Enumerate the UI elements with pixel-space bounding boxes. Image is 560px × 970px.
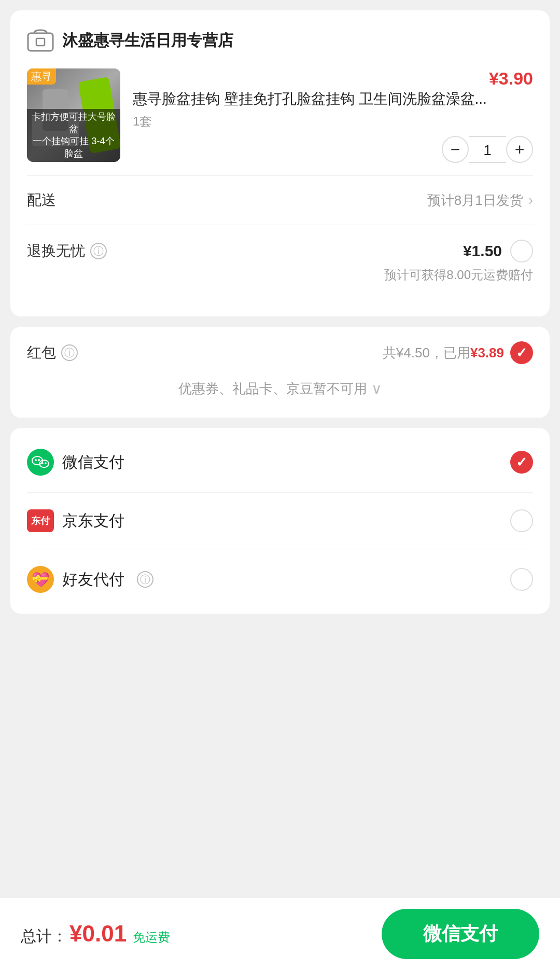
return-label-group: 退换无忧 ⓘ	[27, 241, 107, 261]
product-badge: 惠寻	[27, 68, 56, 85]
payment-left-friend: 💝 好友代付 ⓘ	[27, 566, 153, 593]
svg-rect-0	[28, 33, 53, 51]
coupon-row: 红包 ⓘ 共¥4.50，已用¥3.89	[27, 341, 533, 364]
payment-row-friend[interactable]: 💝 好友代付 ⓘ	[27, 549, 533, 609]
delivery-label: 配送	[27, 190, 56, 210]
bottom-bar: 总计： ¥0.01 免运费 微信支付	[0, 897, 560, 970]
quantity-control: − 1 +	[133, 136, 533, 163]
friend-pay-icon: 💝	[27, 566, 54, 593]
delivery-row[interactable]: 配送 预计8月1日发货 ›	[27, 176, 533, 225]
return-info-icon[interactable]: ⓘ	[90, 243, 107, 259]
qty-value: 1	[469, 136, 506, 163]
coupon-total-text: 共¥4.50，已用	[383, 345, 470, 361]
jd-pay-label: 京东支付	[62, 510, 124, 532]
wechat-pay-label: 微信支付	[62, 452, 124, 473]
friend-pay-label: 好友代付	[62, 569, 124, 590]
gray-area	[0, 624, 560, 887]
coupon-checked-icon	[510, 341, 533, 364]
wechat-radio-checked	[510, 451, 533, 474]
svg-rect-1	[36, 38, 45, 46]
total-price: ¥0.01	[69, 921, 127, 947]
delivery-value: 预计8月1日发货	[427, 191, 523, 210]
payment-left-wechat: 微信支付	[27, 449, 124, 476]
return-row-top: 退换无忧 ⓘ ¥1.50	[27, 240, 533, 262]
product-row: 惠寻 卡扣方便可挂大号脸盆 一个挂钩可挂 3-4个脸盆 ¥3.90 惠寻脸盆挂钩…	[27, 68, 533, 163]
coupon-total: 共¥4.50，已用¥3.89	[383, 344, 504, 362]
qty-decrease-button[interactable]: −	[442, 136, 469, 163]
jd-radio	[510, 509, 533, 532]
product-image: 惠寻 卡扣方便可挂大号脸盆 一个挂钩可挂 3-4个脸盆	[27, 68, 120, 162]
svg-point-6	[41, 462, 44, 464]
coupon-dropdown[interactable]: 优惠券、礼品卡、京豆暂不可用 ∨	[27, 375, 533, 403]
qty-increase-button[interactable]: +	[506, 136, 533, 163]
product-title: 惠寻脸盆挂钩 壁挂免打孔脸盆挂钩 卫生间洗脸盆澡盆...	[133, 89, 533, 109]
payment-left-jd: 东付 京东支付	[27, 509, 124, 532]
coupon-info-icon[interactable]: ⓘ	[61, 344, 78, 361]
coupon-label-group: 红包 ⓘ	[27, 343, 78, 363]
coupon-label: 红包	[27, 343, 56, 363]
payment-row-wechat[interactable]: 微信支付	[27, 432, 533, 493]
pay-button[interactable]: 微信支付	[382, 909, 539, 959]
payment-card: 微信支付 东付 京东支付 💝 好友代付 ⓘ	[10, 428, 550, 614]
store-icon	[27, 29, 54, 52]
page: 沐盛惠寻生活日用专营店 惠寻 卡扣方便可挂大号脸盆 一个挂钩可挂 3-4个脸盆 …	[0, 0, 560, 970]
coupon-dropdown-chevron-icon: ∨	[371, 380, 382, 397]
product-info: ¥3.90 惠寻脸盆挂钩 壁挂免打孔脸盆挂钩 卫生间洗脸盆澡盆... 1套 − …	[133, 68, 533, 163]
coupon-dropdown-text: 优惠券、礼品卡、京豆暂不可用	[178, 380, 367, 398]
product-spec: 1套	[133, 113, 533, 130]
payment-row-jd[interactable]: 东付 京东支付	[27, 493, 533, 549]
friend-radio	[510, 568, 533, 591]
coupon-right: 共¥4.50，已用¥3.89	[383, 341, 533, 364]
product-price: ¥3.90	[133, 68, 533, 89]
wechat-pay-icon	[27, 449, 54, 476]
jd-pay-icon: 东付	[27, 509, 54, 532]
free-shipping-label: 免运费	[133, 929, 170, 946]
svg-point-5	[38, 459, 40, 461]
return-service-row: 退换无忧 ⓘ ¥1.50 预计可获得8.00元运费赔付	[27, 225, 533, 298]
store-header: 沐盛惠寻生活日用专营店	[27, 29, 533, 52]
friend-pay-info-icon[interactable]: ⓘ	[137, 571, 153, 588]
return-radio[interactable]	[510, 240, 533, 262]
return-price: ¥1.50	[463, 242, 502, 260]
store-name: 沐盛惠寻生活日用专营店	[62, 30, 233, 51]
return-label: 退换无忧	[27, 241, 85, 261]
svg-point-7	[45, 462, 47, 464]
store-product-card: 沐盛惠寻生活日用专营店 惠寻 卡扣方便可挂大号脸盆 一个挂钩可挂 3-4个脸盆 …	[10, 10, 550, 316]
total-label: 总计：	[21, 926, 67, 947]
return-sub-text: 预计可获得8.00元运费赔付	[27, 267, 533, 294]
coupon-used-text: ¥3.89	[470, 345, 504, 361]
delivery-chevron-icon: ›	[528, 192, 533, 209]
coupon-card: 红包 ⓘ 共¥4.50，已用¥3.89 优惠券、礼品卡、京豆暂不可用 ∨	[10, 327, 550, 418]
svg-point-4	[35, 459, 37, 461]
delivery-right: 预计8月1日发货 ›	[427, 191, 533, 210]
product-img-label: 卡扣方便可挂大号脸盆 一个挂钩可挂 3-4个脸盆	[27, 109, 120, 162]
return-right: ¥1.50	[463, 240, 533, 262]
total-section: 总计： ¥0.01 免运费	[21, 921, 170, 947]
